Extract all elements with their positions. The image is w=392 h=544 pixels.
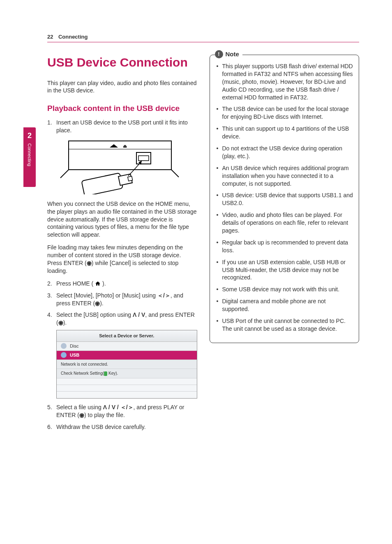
svg-text:⏏: ⏏ <box>123 143 127 148</box>
updown-icon: Λ / V <box>133 311 145 318</box>
note-item: Do not extract the USB device during ope… <box>216 145 353 160</box>
screenshot-title: Select a Device or Server. <box>57 330 197 342</box>
msg-check-setting: Check Network Setting( Key). <box>57 369 197 378</box>
chapter-label: Connecting <box>27 143 32 166</box>
right-column: ! Note This player supports USB flash dr… <box>210 55 360 435</box>
svg-line-6 <box>60 170 69 178</box>
note-badge-icon: ! <box>215 50 223 58</box>
steps-list-cont: Press HOME ( ). Select [Movie], [Photo] … <box>47 280 197 431</box>
enter-icon: ◉ <box>79 412 84 418</box>
page-number: 22 <box>47 34 53 40</box>
row-disc: Disc <box>57 342 197 351</box>
notes-list: This player supports USB flash drive/ ex… <box>216 62 353 333</box>
chapter-number: 2 <box>23 127 36 140</box>
header-section: Connecting <box>58 34 88 40</box>
home-icon <box>93 280 102 287</box>
step-6: Withdraw the USB device carefully. <box>47 423 197 431</box>
enter-icon: ◉ <box>58 319 63 326</box>
disc-icon <box>61 343 67 349</box>
page: 22 Connecting USB Device Connection This… <box>0 0 392 459</box>
note-item: USB device: USB device that supports USB… <box>216 191 353 207</box>
leftright-icon: ＜/＞ <box>157 292 171 299</box>
intro-text: This player can play video, audio and ph… <box>47 79 197 95</box>
step-2: Press HOME ( ). <box>47 280 197 288</box>
svg-rect-8 <box>81 173 123 194</box>
note-item: Digital camera and mobile phone are not … <box>216 297 353 313</box>
nav-all-icon: Λ / V / ＜/＞ <box>103 404 134 410</box>
note-item: If you use an USB extension cable, USB H… <box>216 258 353 282</box>
left-column: USB Device Connection This player can pl… <box>47 55 197 435</box>
enter-icon: ◉ <box>87 260 92 266</box>
blank-row <box>57 385 197 392</box>
step-1: Insert an USB device to the USB port unt… <box>47 119 197 194</box>
steps-list: Insert an USB device to the USB port unt… <box>47 119 197 194</box>
note-item: Some USB device may not work with this u… <box>216 286 353 293</box>
sub-heading: Playback content in the USB device <box>47 104 197 114</box>
device-select-screenshot: Select a Device or Server. Disc USB Netw… <box>56 330 197 399</box>
svg-rect-10 <box>128 176 133 181</box>
row-usb-selected: USB <box>57 351 197 360</box>
page-header: 22 Connecting <box>47 33 359 42</box>
note-box: ! Note This player supports USB flash dr… <box>210 55 360 343</box>
usb-icon <box>61 352 67 358</box>
blank-row <box>57 378 197 385</box>
chapter-tab: 2 Connecting <box>23 127 36 187</box>
note-item: This player supports USB flash drive/ ex… <box>216 62 353 101</box>
note-label-text: Note <box>226 50 239 58</box>
paragraph-loading: File loading may takes few minutes depen… <box>47 244 197 275</box>
main-heading: USB Device Connection <box>47 55 197 70</box>
step-3: Select [Movie], [Photo] or [Music] using… <box>47 292 197 307</box>
note-item: An USB device which requires additional … <box>216 164 353 188</box>
usb-insert-illustration: ⏏ <box>56 137 197 194</box>
svg-rect-5 <box>138 156 149 161</box>
step-5: Select a file using Λ / V / ＜/＞, and pre… <box>47 403 197 419</box>
step-4: Select the [USB] option using Λ / V, and… <box>47 311 197 398</box>
note-label: ! Note <box>215 50 242 58</box>
svg-rect-0 <box>69 141 171 170</box>
msg-network: Network is not connected. <box>57 360 197 369</box>
paragraph-auto-play: When you connect the USB device on the H… <box>47 200 197 239</box>
note-item: The USB device can be used for the local… <box>216 105 353 121</box>
note-item: Regular back up is recommended to preven… <box>216 239 353 254</box>
svg-line-7 <box>171 170 179 177</box>
blank-row <box>57 392 197 398</box>
note-item: USB Port of the unit cannot be connected… <box>216 317 353 333</box>
note-item: This unit can support up to 4 partitions… <box>216 125 353 141</box>
note-item: Video, audio and photo files can be play… <box>216 211 353 235</box>
enter-icon: ◉ <box>95 300 100 307</box>
